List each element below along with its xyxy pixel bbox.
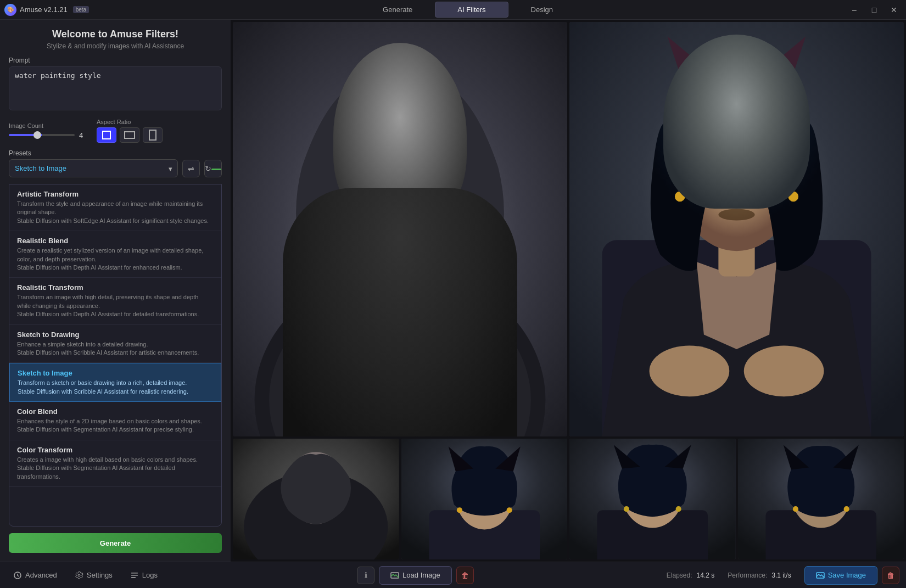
aspect-ratio-group: Aspect Ratio bbox=[97, 119, 163, 143]
presets-select[interactable]: Sketch to Image bbox=[9, 159, 178, 177]
item-desc1: Enhance a simple sketch into a detailed … bbox=[17, 340, 214, 349]
thumbnail-2[interactable] bbox=[401, 439, 568, 559]
list-item[interactable]: Color Transform Creates a image with hig… bbox=[9, 440, 221, 487]
panel-subtitle: Stylize & and modify images with AI Assi… bbox=[9, 42, 222, 50]
prompt-textarea[interactable]: water painting style bbox=[9, 66, 222, 110]
ar-landscape-button[interactable] bbox=[120, 127, 139, 143]
list-item[interactable]: Realistic Blend Create a realistic yet s… bbox=[9, 231, 221, 278]
left-panel: Welcome to Amuse Filters! Stylize & and … bbox=[0, 20, 231, 562]
ar-portrait-icon bbox=[149, 130, 156, 141]
ar-portrait-button[interactable] bbox=[143, 127, 163, 143]
load-image-icon bbox=[390, 571, 399, 580]
maximize-button[interactable]: □ bbox=[866, 4, 882, 15]
presets-select-wrapper: Sketch to Image ▾ bbox=[9, 159, 178, 177]
svg-rect-44 bbox=[131, 577, 136, 578]
main-image-2[interactable] bbox=[569, 22, 904, 436]
item-title: Color Blend bbox=[17, 407, 214, 416]
item-desc2: Stable Diffusion with SoftEdge AI Assist… bbox=[17, 217, 214, 225]
right-panel bbox=[231, 20, 906, 562]
prompt-label: Prompt bbox=[9, 57, 222, 64]
list-item[interactable]: Color Blend Enhances the style of a 2D i… bbox=[9, 402, 221, 440]
left-bottom: Generate bbox=[9, 533, 222, 553]
thumbnail-3[interactable] bbox=[569, 439, 736, 559]
item-desc1: Transform an image with high detail, pre… bbox=[17, 293, 214, 310]
app-title: Amuse v2.1.21 bbox=[20, 5, 68, 14]
item-desc2: Stable Diffusion with Segmentation AI As… bbox=[17, 425, 214, 434]
thumbnail-4[interactable] bbox=[738, 439, 904, 559]
settings-label: Settings bbox=[87, 571, 113, 579]
svg-rect-43 bbox=[131, 575, 138, 576]
thumbnail-1[interactable] bbox=[233, 439, 399, 559]
tab-generate[interactable]: Generate bbox=[360, 2, 435, 18]
close-button[interactable]: ✕ bbox=[886, 4, 902, 15]
image-count-slider[interactable] bbox=[9, 134, 75, 136]
thumbnails-row bbox=[233, 439, 904, 559]
svg-point-3 bbox=[345, 145, 455, 276]
svg-point-9 bbox=[343, 226, 350, 233]
info-button[interactable]: ℹ bbox=[357, 567, 374, 584]
generate-button[interactable]: Generate bbox=[9, 533, 222, 553]
list-item[interactable]: Sketch to Image Transform a sketch or ba… bbox=[9, 363, 221, 402]
thumb-figure-1 bbox=[233, 439, 399, 559]
svg-point-30 bbox=[506, 507, 512, 513]
item-title: Artistic Transform bbox=[17, 190, 214, 198]
item-desc1: Transform a sketch or basic drawing into… bbox=[18, 379, 213, 387]
svg-point-6 bbox=[394, 215, 406, 222]
ar-landscape-icon bbox=[124, 131, 135, 139]
svg-point-4 bbox=[371, 195, 385, 205]
image-count-label: Image Count bbox=[9, 122, 88, 129]
image-count-value: 4 bbox=[79, 131, 88, 139]
aspect-ratio-buttons bbox=[97, 127, 163, 143]
logs-label: Logs bbox=[142, 571, 158, 579]
item-desc2: Stable Diffusion with Scribble AI Assist… bbox=[17, 349, 214, 357]
refresh-button[interactable]: ↻ bbox=[204, 160, 222, 177]
svg-point-8 bbox=[422, 349, 487, 393]
delete-saved-button[interactable]: 🗑 bbox=[882, 567, 899, 584]
settings-icon bbox=[75, 571, 83, 580]
image-count-slider-row: 4 bbox=[9, 131, 88, 139]
advanced-button[interactable]: Advanced bbox=[7, 568, 64, 583]
elapsed-label: Elapsed: bbox=[667, 572, 692, 579]
svg-point-18 bbox=[675, 192, 685, 202]
nav-tabs: Generate AI Filters Design bbox=[89, 2, 847, 18]
load-image-button[interactable]: Load Image bbox=[379, 566, 452, 585]
list-item[interactable]: Sketch to Drawing Enhance a simple sketc… bbox=[9, 325, 221, 363]
save-image-label: Save Image bbox=[828, 571, 866, 579]
list-item[interactable]: Realistic Transform Transform an image w… bbox=[9, 278, 221, 324]
dropdown-list: Artistic Transform Transform the style a… bbox=[9, 184, 222, 527]
advanced-label: Advanced bbox=[25, 571, 57, 579]
logs-button[interactable]: Logs bbox=[124, 568, 164, 583]
item-title: Realistic Blend bbox=[17, 237, 214, 245]
image-figure-1 bbox=[233, 22, 567, 436]
svg-point-1 bbox=[255, 269, 546, 436]
load-image-label: Load Image bbox=[402, 571, 440, 579]
image-count-group: Image Count 4 bbox=[9, 122, 88, 139]
settings-button[interactable]: Settings bbox=[68, 568, 119, 583]
tab-ai-filters[interactable]: AI Filters bbox=[435, 2, 508, 18]
save-image-button[interactable]: Save Image bbox=[804, 566, 877, 585]
logo-icon: 🎨 bbox=[4, 4, 16, 16]
delete-loaded-button[interactable]: 🗑 bbox=[456, 567, 474, 584]
list-item[interactable]: Artistic Transform Transform the style a… bbox=[9, 184, 221, 231]
minimize-button[interactable]: – bbox=[847, 4, 862, 15]
svg-point-34 bbox=[624, 506, 629, 512]
svg-point-15 bbox=[701, 167, 722, 182]
controls-row: Image Count 4 Aspect Ratio bbox=[9, 119, 222, 143]
svg-point-19 bbox=[788, 192, 799, 202]
presets-label: Presets bbox=[9, 149, 222, 157]
thumb-figure-2 bbox=[401, 439, 568, 559]
logs-icon bbox=[130, 571, 139, 580]
presets-section: Presets Sketch to Image ▾ ⇌ ↻ bbox=[9, 149, 222, 177]
prompt-section: Prompt water painting style bbox=[9, 57, 222, 112]
shuffle-button[interactable]: ⇌ bbox=[182, 160, 200, 177]
ar-square-button[interactable] bbox=[97, 127, 116, 143]
ar-square-icon bbox=[102, 131, 111, 139]
main-image-1[interactable] bbox=[233, 22, 567, 436]
image-figure-2 bbox=[569, 22, 904, 436]
performance-value: 3.1 it/s bbox=[771, 572, 791, 579]
item-desc2: Stable Diffusion with Segmentation AI As… bbox=[17, 464, 214, 481]
titlebar: 🎨 Amuse v2.1.21 beta Generate AI Filters… bbox=[0, 0, 906, 20]
performance-label: Performance: bbox=[728, 572, 767, 579]
green-line bbox=[211, 169, 221, 170]
tab-design[interactable]: Design bbox=[508, 2, 575, 18]
